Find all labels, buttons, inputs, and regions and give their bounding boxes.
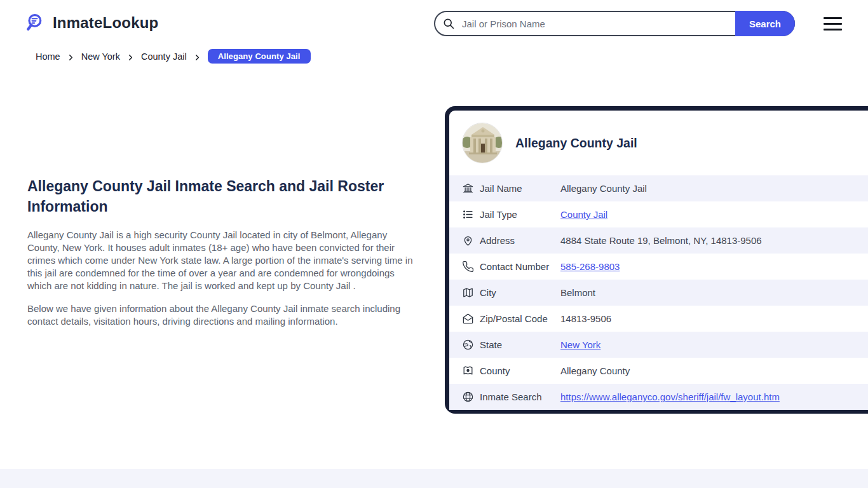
table-row: County Allegany County: [449, 358, 868, 384]
jail-details-table: Jail Name Allegany County Jail Jail Type…: [449, 175, 868, 410]
search-icon: [442, 17, 455, 30]
table-row: Inmate Search https://www.alleganyco.gov…: [449, 384, 868, 410]
jail-info-card: Allegany County Jail Jail Name Allegany …: [445, 106, 868, 414]
inmate-search-link[interactable]: https://www.alleganyco.gov/sheriff/jail/…: [560, 391, 780, 402]
globe-americas-icon: [462, 339, 474, 351]
breadcrumb-new-york[interactable]: New York: [81, 51, 120, 62]
search-bar: Search: [434, 11, 795, 36]
article-paragraph: Below we have given information about th…: [27, 302, 415, 328]
envelope-icon: [462, 313, 474, 325]
row-label: County: [480, 365, 560, 376]
chevron-right-icon: [67, 53, 74, 60]
row-label: State: [480, 339, 560, 350]
row-label: Inmate Search: [480, 391, 560, 402]
row-value: Belmont: [560, 287, 595, 298]
table-row: Address 4884 State Route 19, Belmont, NY…: [449, 227, 868, 254]
row-value: 4884 State Route 19, Belmont, NY, 14813-…: [560, 235, 762, 246]
county-map-icon: [462, 365, 474, 377]
breadcrumb-home[interactable]: Home: [36, 51, 60, 62]
jail-photo: [462, 123, 503, 163]
table-row: City Belmont: [449, 280, 868, 306]
article: Allegany County Jail Inmate Search and J…: [27, 176, 415, 338]
row-value: 14813-9506: [560, 313, 611, 324]
row-label: Contact Number: [480, 261, 560, 272]
state-link[interactable]: New York: [560, 339, 600, 350]
globe-icon: [462, 391, 474, 403]
bank-icon: [462, 182, 474, 194]
hamburger-menu-icon[interactable]: [824, 17, 842, 30]
article-paragraph: Allegany County Jail is a high security …: [27, 229, 415, 292]
chevron-right-icon: [127, 53, 134, 60]
jail-card-header: Allegany County Jail: [449, 111, 868, 175]
map-icon: [462, 287, 474, 299]
table-row: State New York: [449, 332, 868, 358]
row-value: Allegany County Jail: [560, 183, 647, 194]
row-label: Zip/Postal Code: [480, 313, 560, 324]
map-pin-icon: [462, 234, 474, 247]
search-button[interactable]: Search: [735, 11, 795, 36]
row-label: Address: [480, 235, 560, 246]
breadcrumb-current-badge: Allegany County Jail: [208, 49, 311, 64]
row-label: Jail Name: [480, 183, 560, 194]
row-label: Jail Type: [480, 209, 560, 220]
table-row: Contact Number 585-268-9803: [449, 254, 868, 280]
breadcrumb: Home New York County Jail Allegany Count…: [36, 49, 311, 64]
table-row: Jail Name Allegany County Jail: [449, 175, 868, 201]
list-icon: [462, 208, 474, 220]
brand-logo[interactable]: InmateLookup: [25, 12, 158, 34]
table-row: Zip/Postal Code 14813-9506: [449, 306, 868, 332]
chevron-right-icon: [194, 53, 201, 60]
phone-icon: [462, 261, 474, 273]
row-label: City: [480, 287, 560, 298]
breadcrumb-county-jail[interactable]: County Jail: [141, 51, 187, 62]
table-row: Jail Type County Jail: [449, 201, 868, 227]
jail-card-title: Allegany County Jail: [515, 136, 637, 151]
contact-number-link[interactable]: 585-268-9803: [560, 261, 620, 272]
magnifier-document-icon: [25, 12, 47, 34]
jail-type-link[interactable]: County Jail: [560, 209, 607, 220]
footer-strip: [0, 469, 868, 488]
brand-name: InmateLookup: [53, 14, 158, 32]
page-title: Allegany County Jail Inmate Search and J…: [27, 176, 415, 217]
row-value: Allegany County: [560, 365, 630, 376]
